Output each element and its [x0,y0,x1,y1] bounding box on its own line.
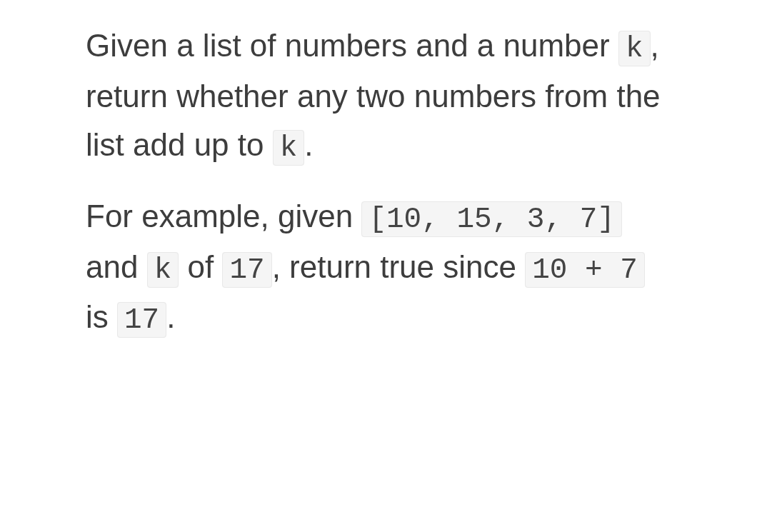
code-17: 17 [222,252,271,288]
problem-paragraph-2: For example, given [10, 15, 3, 7] and k … [86,192,671,343]
text: is [86,299,117,334]
text: of [179,249,222,284]
text: and [86,249,147,284]
text: Given a list of numbers and a number [86,28,618,63]
code-17: 17 [117,302,166,338]
code-sum: 10 + 7 [525,252,645,288]
text: For example, given [86,199,361,234]
code-k: k [618,31,651,66]
text: . [166,299,175,334]
text: . [304,127,313,162]
text: , return true since [272,249,526,284]
code-list: [10, 15, 3, 7] [361,201,621,237]
code-k: k [147,252,179,288]
problem-paragraph-1: Given a list of numbers and a number k, … [86,21,671,171]
code-k: k [273,130,305,166]
